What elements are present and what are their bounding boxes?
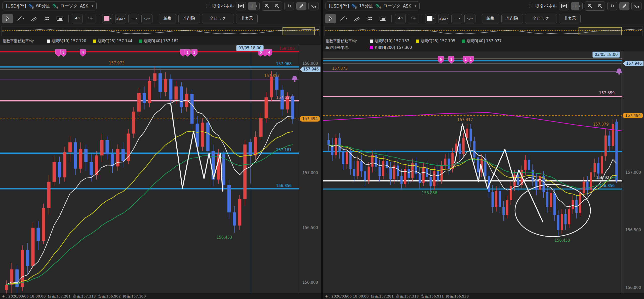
ruler-tool-button[interactable] bbox=[351, 14, 362, 23]
ruler-tool-button[interactable] bbox=[28, 14, 39, 23]
price-annotation: 157.968 bbox=[276, 62, 292, 66]
hide-button[interactable]: 非表示 bbox=[559, 14, 581, 23]
redo-button[interactable]: ↷ bbox=[408, 14, 419, 23]
chart-plot-area[interactable]: 157.873157.417157.379157.659156.927156.8… bbox=[323, 51, 622, 293]
overview-strip[interactable] bbox=[0, 25, 321, 37]
chart-panel: [USD/JPY] 5 60分足 4 ローソク ASK ▾ bbox=[0, 0, 321, 299]
chevron-down-icon: ▾ bbox=[447, 17, 448, 20]
line-width-value: 3px bbox=[439, 16, 446, 21]
delete-all-button[interactable]: 全削除 bbox=[178, 14, 200, 23]
color-swatch bbox=[104, 16, 109, 21]
legend-title: 単純移動平均: bbox=[326, 45, 363, 50]
legend-item: 期間C[25] 157.105 bbox=[416, 39, 455, 44]
add-chart-button[interactable]: + ▾ bbox=[248, 2, 260, 10]
checkbox-box[interactable] bbox=[529, 4, 533, 8]
link-group-number: 5 bbox=[32, 6, 34, 9]
candle-type-label: ローソク bbox=[60, 3, 77, 9]
price-axis[interactable]: 157.000156.500156.000157.946157.494 bbox=[622, 51, 644, 293]
cursor-tool-button[interactable] bbox=[325, 14, 336, 23]
refresh-button[interactable]: ↻ bbox=[607, 2, 617, 10]
refresh-icon: ↻ bbox=[610, 3, 614, 9]
channel-tool-button[interactable] bbox=[364, 14, 375, 23]
alert-flag-number: 1 bbox=[186, 50, 189, 54]
color-picker-button[interactable]: ▾ bbox=[425, 14, 436, 23]
trade-panel-checkbox[interactable]: 取引パネル bbox=[206, 3, 234, 9]
chevron-down-icon: ▾ bbox=[346, 17, 347, 20]
chevron-down-icon: ▾ bbox=[136, 17, 137, 20]
timeframe-label: 60分足 bbox=[36, 3, 50, 9]
checkbox-box[interactable] bbox=[206, 4, 210, 8]
alert-flag-marker[interactable] bbox=[55, 50, 61, 57]
legend-swatch-icon bbox=[93, 40, 96, 43]
indicator-button[interactable] bbox=[631, 2, 641, 10]
line-style-select[interactable]: — ▾ bbox=[128, 14, 139, 23]
edit-button[interactable]: 編集 bbox=[159, 14, 176, 23]
arrow-style-select[interactable]: ↔ ▾ bbox=[464, 14, 475, 23]
price-annotation: 156.453 bbox=[217, 235, 232, 240]
delete-all-button[interactable]: 全削除 bbox=[501, 14, 523, 23]
price-annotation: 156.453 bbox=[554, 238, 570, 243]
line-width-select[interactable]: 3px ▾ bbox=[438, 14, 449, 23]
chart-settings-button[interactable] bbox=[559, 2, 569, 10]
refresh-button[interactable]: ↻ bbox=[284, 2, 294, 10]
legend-item: 期間B[10] 157.120 bbox=[47, 39, 86, 44]
price-annotation: 157.857 bbox=[264, 73, 280, 78]
chevron-down-icon: ▾ bbox=[459, 17, 460, 20]
price-label-tool-button[interactable] bbox=[377, 14, 388, 23]
add-chart-button[interactable]: + ▾ bbox=[571, 2, 583, 10]
link-group-number: 4 bbox=[56, 6, 58, 9]
zoom-out-button[interactable] bbox=[595, 2, 605, 10]
toolbar-divider bbox=[391, 15, 392, 22]
edit-button[interactable]: 編集 bbox=[482, 14, 499, 23]
zoom-in-button[interactable] bbox=[585, 2, 595, 10]
arrow-style-icon: ↔ bbox=[467, 16, 471, 21]
alarm-bell-icon[interactable] bbox=[292, 76, 298, 80]
symbol-timeframe-select[interactable]: [USD/JPY] 5 15分足 4 ローソク ASK ▾ bbox=[326, 2, 420, 10]
crosshair-date-badge: 03/05 18:00 bbox=[592, 52, 620, 58]
line-style-icon: — bbox=[131, 16, 135, 21]
alert-price-badge: 157.946 bbox=[300, 66, 320, 72]
arrow-style-icon: ↔ bbox=[144, 16, 148, 21]
axis-tick-label: 157.000 bbox=[625, 170, 641, 175]
lock-all-button[interactable]: 全ロック bbox=[202, 14, 234, 23]
cursor-tool-button[interactable] bbox=[2, 14, 13, 23]
line-style-select[interactable]: — ▾ bbox=[451, 14, 462, 23]
channel-tool-button[interactable] bbox=[41, 14, 52, 23]
price-label-tool-button[interactable] bbox=[54, 14, 65, 23]
zoom-out-button[interactable] bbox=[272, 2, 282, 10]
alert-price-badge: 157.946 bbox=[623, 61, 643, 66]
indicator-legend: 指数平滑移動平均:期間B[10] 157.157期間C[25] 157.105期… bbox=[323, 37, 644, 51]
indicator-button[interactable] bbox=[308, 2, 318, 10]
line-tool-button[interactable]: ▾ bbox=[338, 14, 349, 23]
line-style-icon: — bbox=[454, 16, 458, 21]
price-annotation: 156.856 bbox=[599, 183, 615, 188]
chart-plot-area[interactable]: 158.106157.973157.968157.857157.659157.1… bbox=[0, 45, 299, 293]
price-axis[interactable]: 158.000157.000156.500156.000157.946157.4… bbox=[299, 45, 321, 293]
legend-title: 指数平滑移動平均: bbox=[326, 39, 363, 44]
undo-button[interactable]: ↶ bbox=[72, 14, 83, 23]
alert-flag-number: 4 bbox=[82, 50, 84, 54]
zoom-in-button[interactable] bbox=[262, 2, 272, 10]
trendline-drawing[interactable] bbox=[455, 124, 543, 222]
redo-button[interactable]: ↷ bbox=[85, 14, 96, 23]
zoom-group bbox=[262, 2, 282, 11]
undo-button[interactable]: ↶ bbox=[395, 14, 406, 23]
line-tool-button[interactable]: ▾ bbox=[15, 14, 26, 23]
symbol-timeframe-select[interactable]: [USD/JPY] 5 60分足 4 ローソク ASK ▾ bbox=[3, 2, 97, 10]
toolbar-divider bbox=[422, 15, 422, 22]
draw-mode-button[interactable] bbox=[619, 2, 629, 10]
legend-swatch-icon bbox=[370, 46, 373, 49]
arrow-style-select[interactable]: ↔ ▾ bbox=[141, 14, 152, 23]
trade-panel-checkbox[interactable]: 取引パネル bbox=[529, 3, 557, 9]
alert-flag-number: 4 bbox=[268, 50, 270, 54]
overview-strip[interactable] bbox=[323, 25, 644, 37]
hide-button[interactable]: 非表示 bbox=[236, 14, 258, 23]
symbol-label: [USD/JPY] bbox=[6, 4, 26, 9]
color-picker-button[interactable]: ▾ bbox=[102, 14, 113, 23]
line-width-select[interactable]: 3px ▾ bbox=[115, 14, 126, 23]
trade-panel-label: 取引パネル bbox=[212, 3, 234, 9]
legend-item: 期間B[10] 157.157 bbox=[370, 39, 409, 44]
draw-mode-button[interactable] bbox=[296, 2, 306, 10]
chart-settings-button[interactable] bbox=[236, 2, 246, 10]
lock-all-button[interactable]: 全ロック bbox=[525, 14, 557, 23]
